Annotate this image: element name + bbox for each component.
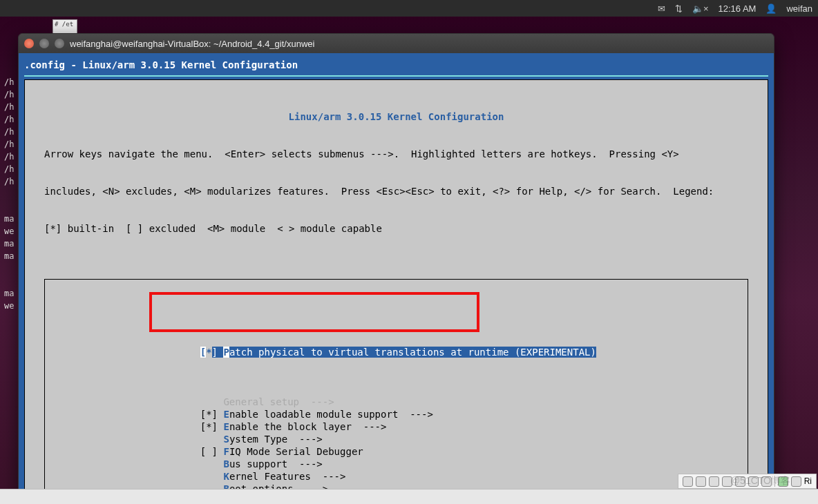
network-icon[interactable]: ⇅	[675, 3, 683, 14]
volume-icon[interactable]: 🔈×	[692, 3, 709, 14]
desktop-topbar: ✉ ⇅ 🔈× 12:16 AM 👤 weifan	[0, 0, 818, 17]
window-title: weifanghai@weifanghai-VirtualBox: ~/Andr…	[70, 39, 314, 49]
divider	[24, 75, 768, 77]
terminal-window: weifanghai@weifanghai-VirtualBox: ~/Andr…	[18, 33, 774, 504]
help-line-2: includes, <N> excludes, <M> modularizes …	[44, 185, 748, 197]
file-thumb[interactable]: # /et	[53, 19, 77, 35]
window-titlebar[interactable]: weifanghai@weifanghai-VirtualBox: ~/Andr…	[19, 34, 774, 53]
menuconfig-menu-box: [*] Patch physical to virtual translatio…	[44, 279, 748, 504]
tray-icon[interactable]	[709, 476, 719, 487]
user-name[interactable]: weifan	[786, 3, 812, 14]
maximize-icon[interactable]	[55, 39, 64, 48]
terminal-body: .config - Linux/arm 3.0.15 Kernel Config…	[19, 53, 774, 504]
menu-item[interactable]: [*] Enable loadable module support --->	[55, 408, 738, 420]
tray-icon[interactable]	[791, 476, 801, 487]
bottom-taskbar[interactable]	[0, 489, 818, 504]
menu-item[interactable]: System Type --->	[55, 433, 738, 445]
menu-item[interactable]: [ ] FIQ Mode Serial Debugger	[55, 445, 738, 458]
menuconfig-outer-box: Linux/arm 3.0.15 Kernel Configuration Ar…	[24, 79, 768, 504]
close-icon[interactable]	[24, 39, 34, 48]
tray-icon[interactable]	[683, 476, 693, 487]
minimize-icon[interactable]	[39, 39, 49, 48]
clock[interactable]: 12:16 AM	[718, 3, 756, 14]
config-header: .config - Linux/arm 3.0.15 Kernel Config…	[24, 59, 768, 75]
tray-text: Ri	[804, 476, 812, 486]
mail-icon[interactable]: ✉	[658, 3, 665, 14]
help-line-1: Arrow keys navigate the menu. <Enter> se…	[44, 148, 748, 160]
menu-item[interactable]: Kernel Features --->	[55, 470, 738, 483]
background-terminal-history: /h /h /h /h /h /h /h /h /h ma we ma ma m…	[4, 76, 14, 312]
menu-item[interactable]: [*] Enable the block layer --->	[55, 420, 738, 433]
watermark: @51CTO博客	[730, 475, 790, 487]
tray-icon[interactable]	[696, 476, 706, 487]
user-icon[interactable]: 👤	[765, 3, 777, 14]
annotation-red-box	[149, 292, 479, 332]
menu-item-selected[interactable]: [*] Patch physical to virtual translatio…	[55, 346, 738, 358]
menu-item[interactable]: Bus support --->	[55, 458, 738, 470]
menu-item[interactable]: General setup --->	[55, 396, 738, 408]
menuconfig-title: Linux/arm 3.0.15 Kernel Configuration	[44, 110, 748, 123]
help-line-3: [*] built-in [ ] excluded <M> module < >…	[44, 222, 748, 235]
